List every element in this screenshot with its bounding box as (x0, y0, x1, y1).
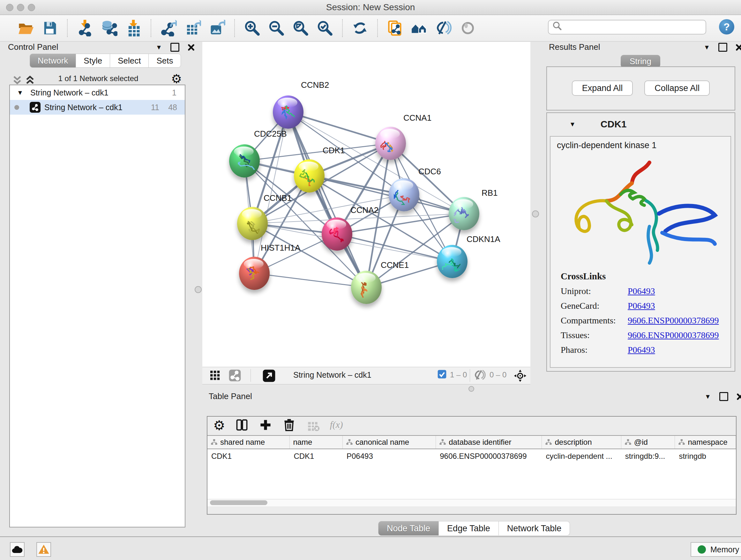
control-panel-close-icon[interactable] (188, 44, 195, 51)
hidden-items-icon[interactable] (474, 369, 486, 381)
refresh-button[interactable] (350, 18, 370, 38)
tab-network-table[interactable]: Network Table (499, 521, 570, 536)
crosslink-link[interactable]: P06493 (628, 345, 655, 355)
memory-button[interactable]: Memory (690, 542, 741, 557)
table-row[interactable]: CDK1CDK1P064939606.ENSP00000378699cyclin… (207, 449, 736, 463)
tab-string[interactable]: String (621, 55, 660, 68)
node-structure-thumbnail (234, 151, 255, 171)
import-network-file-button[interactable] (75, 18, 95, 38)
tree-collapse-icon[interactable]: ▼ (17, 89, 23, 97)
control-panel-collapse-icon[interactable]: ▼ (156, 44, 162, 51)
crosslink-link[interactable]: 9606.ENSP00000378699 (628, 330, 719, 340)
export-table-button[interactable] (183, 18, 203, 38)
cloud-icon[interactable] (10, 542, 24, 557)
network-node-cdk1[interactable] (294, 159, 325, 192)
network-node-ccnb2[interactable] (273, 96, 304, 129)
network-tree-child-row[interactable]: String Network – cdk1 11 48 (10, 100, 185, 115)
network-tree: ▼ String Network – cdk1 1 String Network… (9, 84, 185, 527)
network-options-gear-icon[interactable]: ⚙ (171, 73, 182, 85)
detach-view-icon[interactable] (262, 369, 276, 382)
network-node-hist1h1a[interactable] (239, 257, 270, 290)
network-node-ccne1[interactable] (351, 271, 382, 304)
left-splitter-handle[interactable] (195, 286, 202, 293)
table-horizontal-scrollbar[interactable] (207, 499, 736, 506)
tab-node-table[interactable]: Node Table (378, 521, 439, 536)
crosslink-label: Pharos: (561, 345, 628, 355)
birdseye-grid-icon[interactable] (209, 369, 221, 382)
right-splitter-handle[interactable] (532, 210, 539, 217)
clone-network-button[interactable] (385, 18, 405, 38)
crosslink-label: Compartments: (561, 315, 628, 326)
table-columns-button[interactable] (235, 418, 249, 433)
save-session-button[interactable] (40, 18, 60, 38)
column-header-name[interactable]: name (290, 436, 343, 449)
selected-checkbox-icon[interactable] (437, 369, 447, 379)
table-cell: stringdb (675, 452, 736, 461)
network-node-rb1[interactable] (449, 197, 479, 230)
warning-icon[interactable] (37, 542, 51, 557)
import-table-file-button[interactable] (124, 18, 143, 38)
column-header-@id[interactable]: @id (621, 436, 675, 449)
search-input[interactable] (564, 22, 705, 32)
network-view-toolbar: String Network – cdk1 1 – 0 0 – 0 (202, 367, 530, 384)
hide-glasses-button[interactable] (434, 18, 454, 38)
results-panel-float-icon[interactable] (718, 43, 727, 52)
table-cell: cyclin-dependent ... (542, 452, 621, 461)
tab-select[interactable]: Select (110, 54, 149, 68)
column-header-description[interactable]: description (542, 436, 621, 449)
zoom-out-button[interactable] (266, 18, 286, 38)
network-node-cdkn1a[interactable] (437, 245, 468, 278)
export-image-button[interactable] (207, 18, 227, 38)
table-panel-float-icon[interactable] (719, 392, 728, 401)
network-node-cdc6[interactable] (389, 178, 419, 211)
crosslink-link[interactable]: 9606.ENSP00000378699 (628, 315, 719, 326)
section-collapse-icon[interactable]: ▼ (569, 121, 576, 128)
scrollbar-thumb[interactable] (210, 500, 267, 505)
table-panel-close-icon[interactable] (737, 393, 741, 400)
toolbar-divider (151, 19, 151, 37)
network-node-ccnb1[interactable] (237, 207, 268, 240)
column-header-shared-name[interactable]: shared name (207, 436, 290, 449)
table-panel-collapse-icon[interactable]: ▼ (704, 393, 711, 400)
tab-sets[interactable]: Sets (149, 54, 181, 68)
crosslink-link[interactable]: P06493 (628, 286, 655, 296)
tab-style[interactable]: Style (76, 54, 110, 68)
export-network-button[interactable] (158, 18, 179, 38)
zoom-window-button[interactable] (28, 4, 35, 11)
zoom-in-button[interactable] (242, 18, 262, 38)
column-header-database-identifier[interactable]: database identifier (436, 436, 542, 449)
network-node-ccna1[interactable] (375, 127, 406, 160)
table-gear-button[interactable]: ⚙ (213, 419, 225, 432)
expand-all-button[interactable]: Expand All (572, 80, 633, 96)
results-panel-collapse-icon[interactable]: ▼ (704, 44, 710, 51)
zoom-selected-button[interactable] (315, 18, 335, 38)
memory-label: Memory (711, 545, 739, 554)
fit-content-icon[interactable] (514, 369, 527, 382)
tab-network[interactable]: Network (30, 54, 76, 68)
search-box[interactable] (548, 20, 706, 35)
table-plus-button[interactable] (259, 418, 273, 433)
minimize-window-button[interactable] (17, 4, 24, 11)
tab-edge-table[interactable]: Edge Table (439, 521, 499, 536)
houses-button[interactable] (409, 18, 429, 38)
network-canvas[interactable]: CCNB2CCNA1CDC25BCDK1CDC6RB1CCNB1CCNA2CDK… (202, 42, 530, 367)
help-button[interactable]: ? (719, 19, 734, 35)
network-tree-root-row[interactable]: ▼ String Network – cdk1 1 (10, 85, 185, 100)
network-node-cdc25b[interactable] (229, 144, 260, 178)
zoom-fit-button[interactable] (291, 18, 311, 38)
crosslink-link[interactable]: P06493 (628, 301, 655, 311)
results-panel-close-icon[interactable] (736, 44, 741, 51)
node-details-box: cyclin-dependent kinase 1 (550, 136, 731, 368)
control-panel-float-icon[interactable] (171, 43, 179, 52)
collapse-all-button[interactable]: Collapse All (644, 80, 710, 96)
network-node-ccna2[interactable] (322, 217, 352, 251)
eye-gray-button[interactable] (458, 18, 478, 38)
close-window-button[interactable] (6, 4, 13, 11)
column-header-canonical-name[interactable]: canonical name (343, 436, 436, 449)
bottom-splitter-handle[interactable] (468, 386, 474, 392)
table-trash-button[interactable] (282, 418, 296, 433)
network-overview-icon[interactable] (228, 369, 241, 382)
import-network-database-button[interactable] (99, 18, 119, 38)
open-session-button[interactable] (16, 18, 36, 38)
column-header-namespace[interactable]: namespace (675, 436, 736, 449)
